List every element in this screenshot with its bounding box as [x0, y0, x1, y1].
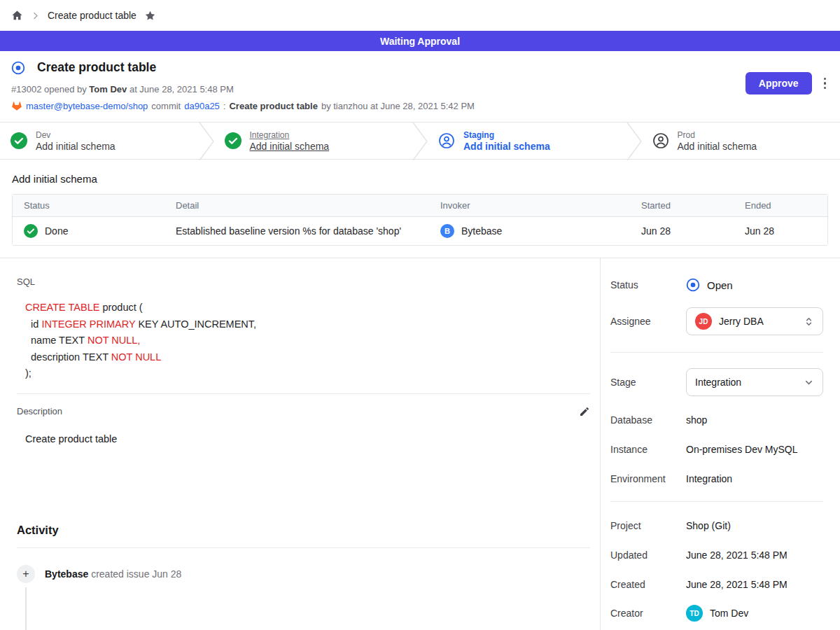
stage-task-label: Add initial schema [250, 141, 330, 152]
created-value: June 28, 2021 5:48 PM [686, 579, 788, 590]
user-circle-icon [652, 132, 669, 149]
vcs-meta: master@bytebase-demo/shop commit da90a25… [11, 101, 829, 111]
vcs-commit-link[interactable]: da90a25 [184, 101, 220, 111]
task-table-header-row: Status Detail Invoker Started Ended [13, 195, 827, 217]
stage-env-label: Integration [250, 130, 330, 140]
gitlab-icon [11, 101, 22, 111]
kebab-menu-icon[interactable] [821, 75, 829, 92]
avatar: JD [695, 313, 712, 330]
vcs-colon: : [223, 101, 226, 111]
project-label: Project [610, 520, 686, 531]
updated-row: Updated June 28, 2021 5:48 PM [610, 550, 823, 561]
issue-header: Create product table #13002 opened by To… [0, 51, 840, 122]
issue-meta: #13002 opened by Tom Dev at June 28, 202… [11, 84, 829, 94]
task-section: Add initial schema Status Detail Invoker… [0, 160, 840, 258]
created-row: Created June 28, 2021 5:48 PM [610, 579, 823, 590]
stage-separator [412, 122, 428, 159]
stage-task-label: Add initial schema [463, 141, 550, 152]
database-row: Database shop [610, 414, 823, 426]
task-status-text: Done [45, 225, 68, 237]
issue-id-text: #13002 opened by [11, 84, 87, 94]
status-row: Status Open [610, 278, 823, 292]
stage-env-label: Staging [463, 130, 550, 140]
task-table-row[interactable]: Done Established baseline version %s for… [13, 217, 827, 245]
environment-value[interactable]: Integration [686, 473, 732, 484]
stage-task-label: Add initial schema [36, 141, 115, 152]
star-icon[interactable] [144, 10, 156, 22]
status-banner: Waiting Approval [0, 31, 840, 51]
col-detail: Detail [164, 195, 429, 217]
assignee-value: Jerry DBA [719, 316, 797, 327]
creator-value: Tom Dev [710, 608, 748, 619]
col-status: Status [13, 195, 164, 217]
stage-integration[interactable]: Integration Add initial schema [214, 122, 413, 159]
project-row: Project Shop (Git) [610, 520, 823, 531]
vcs-branch-link[interactable]: master@bytebase-demo/shop [26, 101, 148, 111]
stage-separator [626, 122, 642, 159]
pipeline-stages: Dev Add initial schema Integration Add i… [0, 122, 840, 160]
chevron-down-icon [804, 377, 814, 388]
stage-dev[interactable]: Dev Add initial schema [0, 122, 199, 159]
activity-title: Activity [17, 524, 590, 537]
col-invoker: Invoker [429, 195, 630, 217]
stage-separator [199, 122, 214, 159]
task-section-title: Add initial schema [12, 173, 828, 185]
assignee-label: Assignee [610, 316, 686, 327]
issue-open-icon [686, 278, 700, 292]
check-circle-icon [24, 224, 38, 238]
vcs-suffix: by tianzhou at June 28, 2021 5:42 PM [321, 101, 475, 111]
main-panel: SQL CREATE TABLE product ( id INTEGER PR… [0, 258, 601, 630]
divider [610, 352, 823, 353]
assignee-row: Assignee JD Jerry DBA [610, 307, 823, 335]
updated-label: Updated [610, 550, 686, 561]
status-value: Open [707, 279, 733, 291]
activity-actor: Bytebase [45, 568, 88, 580]
approve-button[interactable]: Approve [746, 72, 812, 94]
issue-author: Tom Dev [89, 84, 127, 94]
stage-task-label: Add initial schema [678, 141, 757, 152]
instance-label: Instance [610, 444, 686, 455]
check-circle-icon [10, 132, 27, 149]
avatar: TD [686, 605, 703, 622]
instance-value[interactable]: On-premises Dev MySQL [686, 444, 797, 455]
stage-env-label: Prod [678, 130, 757, 140]
home-icon[interactable] [11, 10, 23, 22]
task-table: Status Detail Invoker Started Ended Done… [12, 194, 828, 246]
issue-open-icon [11, 61, 25, 75]
sql-code-block: CREATE TABLE product ( id INTEGER PRIMAR… [25, 300, 590, 382]
database-label: Database [610, 414, 686, 426]
sql-label: SQL [17, 276, 590, 287]
assignee-select[interactable]: JD Jerry DBA [686, 307, 823, 335]
stage-select[interactable]: Integration [686, 368, 823, 396]
issue-time: at June 28, 2021 5:48 PM [130, 84, 234, 94]
stage-staging[interactable]: Staging Add initial schema [428, 122, 626, 159]
plus-icon: + [17, 565, 35, 583]
stage-label: Stage [610, 377, 686, 388]
check-circle-icon [225, 132, 241, 149]
creator-row: Creator TD Tom Dev [610, 605, 823, 622]
vcs-message: Create product table [229, 101, 317, 111]
vcs-commit-word: commit [151, 101, 181, 111]
activity-item: + Bytebase created issue Jun 28 [17, 565, 590, 583]
status-label: Status [610, 279, 686, 290]
avatar: B [440, 224, 454, 238]
user-circle-icon [438, 132, 455, 149]
breadcrumb-current[interactable]: Create product table [48, 10, 136, 21]
pencil-icon[interactable] [579, 406, 590, 417]
project-value[interactable]: Shop (Git) [686, 520, 731, 531]
environment-label: Environment [610, 473, 686, 484]
status-banner-text: Waiting Approval [380, 36, 460, 47]
issue-sidebar: Status Open Assignee JD Jerry DBA Stage [601, 258, 840, 630]
description-text: Create product table [25, 433, 590, 444]
divider [17, 547, 590, 548]
divider [17, 393, 590, 394]
page-title: Create product table [37, 60, 156, 75]
stage-prod[interactable]: Prod Add initial schema [642, 122, 840, 159]
timeline-connector [25, 587, 27, 630]
task-ended-text: Jun 28 [734, 217, 827, 245]
database-value[interactable]: shop [686, 414, 707, 426]
divider [610, 501, 823, 502]
col-ended: Ended [734, 195, 827, 217]
activity-action: created issue Jun 28 [91, 568, 181, 580]
col-started: Started [630, 195, 734, 217]
